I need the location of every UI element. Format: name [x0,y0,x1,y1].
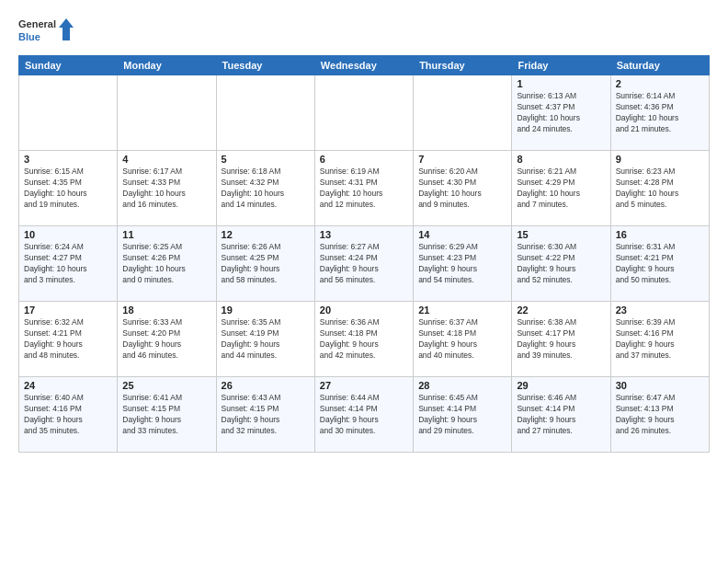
day-number: 16 [616,229,704,240]
day-info: Sunrise: 6:45 AMSunset: 4:14 PMDaylight:… [418,393,506,437]
th-tuesday: Tuesday [216,56,314,75]
calendar-cell: 26Sunrise: 6:43 AMSunset: 4:15 PMDayligh… [216,377,314,453]
th-wednesday: Wednesday [314,56,413,75]
day-number: 30 [616,380,704,391]
day-info: Sunrise: 6:40 AMSunset: 4:16 PMDaylight:… [24,393,112,437]
calendar-cell: 18Sunrise: 6:33 AMSunset: 4:20 PMDayligh… [118,302,216,377]
calendar-cell: 12Sunrise: 6:26 AMSunset: 4:25 PMDayligh… [216,226,314,302]
day-number: 19 [222,304,310,316]
calendar-cell: 16Sunrise: 6:31 AMSunset: 4:21 PMDayligh… [610,226,709,302]
th-saturday: Saturday [610,56,709,75]
day-number: 1 [517,78,605,89]
header: General Blue [18,15,710,48]
day-number: 8 [517,154,605,165]
logo: General Blue [18,15,74,48]
svg-text:Blue: Blue [18,31,40,42]
day-info: Sunrise: 6:18 AMSunset: 4:32 PMDaylight:… [222,167,310,211]
logo-svg: General Blue [18,15,74,48]
calendar-cell: 3Sunrise: 6:15 AMSunset: 4:35 PMDaylight… [19,151,118,226]
calendar-cell: 28Sunrise: 6:45 AMSunset: 4:14 PMDayligh… [414,377,512,453]
day-info: Sunrise: 6:30 AMSunset: 4:22 PMDaylight:… [517,242,605,286]
calendar-week-4: 24Sunrise: 6:40 AMSunset: 4:16 PMDayligh… [19,377,710,453]
calendar-cell [216,75,314,151]
day-number: 26 [222,380,310,391]
calendar-cell: 15Sunrise: 6:30 AMSunset: 4:22 PMDayligh… [512,226,610,302]
day-info: Sunrise: 6:13 AMSunset: 4:37 PMDaylight:… [517,91,605,135]
calendar-body: 1Sunrise: 6:13 AMSunset: 4:37 PMDaylight… [19,75,710,453]
day-info: Sunrise: 6:20 AMSunset: 4:30 PMDaylight:… [418,167,506,211]
calendar-cell: 19Sunrise: 6:35 AMSunset: 4:19 PMDayligh… [216,302,314,377]
day-info: Sunrise: 6:38 AMSunset: 4:17 PMDaylight:… [517,317,605,362]
day-number: 11 [122,229,210,240]
day-info: Sunrise: 6:19 AMSunset: 4:31 PMDaylight:… [320,167,408,211]
day-number: 25 [122,380,210,391]
day-number: 5 [222,154,310,165]
day-number: 17 [24,304,112,316]
day-number: 13 [320,229,408,240]
calendar-cell: 24Sunrise: 6:40 AMSunset: 4:16 PMDayligh… [19,377,118,453]
calendar-cell: 8Sunrise: 6:21 AMSunset: 4:29 PMDaylight… [512,151,610,226]
calendar-cell: 23Sunrise: 6:39 AMSunset: 4:16 PMDayligh… [610,302,709,377]
calendar-cell: 29Sunrise: 6:46 AMSunset: 4:14 PMDayligh… [512,377,610,453]
day-info: Sunrise: 6:36 AMSunset: 4:18 PMDaylight:… [320,317,408,362]
day-info: Sunrise: 6:46 AMSunset: 4:14 PMDaylight:… [517,393,605,437]
day-info: Sunrise: 6:25 AMSunset: 4:26 PMDaylight:… [122,242,210,286]
day-info: Sunrise: 6:17 AMSunset: 4:33 PMDaylight:… [122,167,210,211]
day-number: 10 [24,229,112,240]
calendar-cell [414,75,512,151]
calendar-cell: 20Sunrise: 6:36 AMSunset: 4:18 PMDayligh… [314,302,413,377]
day-info: Sunrise: 6:26 AMSunset: 4:25 PMDaylight:… [222,242,310,286]
calendar-cell: 21Sunrise: 6:37 AMSunset: 4:18 PMDayligh… [414,302,512,377]
svg-marker-2 [59,18,74,40]
th-monday: Monday [118,56,216,75]
svg-text:General: General [18,18,56,29]
th-friday: Friday [512,56,610,75]
day-info: Sunrise: 6:47 AMSunset: 4:13 PMDaylight:… [616,393,704,437]
day-number: 6 [320,154,408,165]
day-number: 20 [320,304,408,316]
day-info: Sunrise: 6:32 AMSunset: 4:21 PMDaylight:… [24,317,112,362]
calendar-cell: 1Sunrise: 6:13 AMSunset: 4:37 PMDaylight… [512,75,610,151]
calendar-cell: 14Sunrise: 6:29 AMSunset: 4:23 PMDayligh… [414,226,512,302]
day-info: Sunrise: 6:21 AMSunset: 4:29 PMDaylight:… [517,167,605,211]
day-info: Sunrise: 6:43 AMSunset: 4:15 PMDaylight:… [222,393,310,437]
calendar-cell [19,75,118,151]
day-number: 23 [616,304,704,316]
calendar-cell: 4Sunrise: 6:17 AMSunset: 4:33 PMDaylight… [118,151,216,226]
calendar-cell: 22Sunrise: 6:38 AMSunset: 4:17 PMDayligh… [512,302,610,377]
calendar-cell [118,75,216,151]
day-number: 7 [418,154,506,165]
calendar-table: Sunday Monday Tuesday Wednesday Thursday… [18,55,710,453]
calendar-cell: 13Sunrise: 6:27 AMSunset: 4:24 PMDayligh… [314,226,413,302]
page: General Blue Sunday Monday Tuesday Wedne… [0,0,728,563]
header-row: Sunday Monday Tuesday Wednesday Thursday… [19,56,710,75]
calendar-cell: 7Sunrise: 6:20 AMSunset: 4:30 PMDaylight… [414,151,512,226]
day-number: 9 [616,154,704,165]
calendar-cell: 30Sunrise: 6:47 AMSunset: 4:13 PMDayligh… [610,377,709,453]
day-info: Sunrise: 6:27 AMSunset: 4:24 PMDaylight:… [320,242,408,286]
day-number: 15 [517,229,605,240]
calendar-cell: 5Sunrise: 6:18 AMSunset: 4:32 PMDaylight… [216,151,314,226]
day-info: Sunrise: 6:23 AMSunset: 4:28 PMDaylight:… [616,167,704,211]
day-info: Sunrise: 6:41 AMSunset: 4:15 PMDaylight:… [122,393,210,437]
calendar-week-2: 10Sunrise: 6:24 AMSunset: 4:27 PMDayligh… [19,226,710,302]
day-number: 14 [418,229,506,240]
calendar-cell: 10Sunrise: 6:24 AMSunset: 4:27 PMDayligh… [19,226,118,302]
th-sunday: Sunday [19,56,118,75]
day-number: 18 [122,304,210,316]
day-info: Sunrise: 6:31 AMSunset: 4:21 PMDaylight:… [616,242,704,286]
day-number: 12 [222,229,310,240]
calendar-cell: 25Sunrise: 6:41 AMSunset: 4:15 PMDayligh… [118,377,216,453]
day-info: Sunrise: 6:33 AMSunset: 4:20 PMDaylight:… [122,317,210,362]
calendar-week-0: 1Sunrise: 6:13 AMSunset: 4:37 PMDaylight… [19,75,710,151]
day-info: Sunrise: 6:15 AMSunset: 4:35 PMDaylight:… [24,167,112,211]
day-info: Sunrise: 6:29 AMSunset: 4:23 PMDaylight:… [418,242,506,286]
calendar-week-1: 3Sunrise: 6:15 AMSunset: 4:35 PMDaylight… [19,151,710,226]
day-number: 28 [418,380,506,391]
calendar-cell: 9Sunrise: 6:23 AMSunset: 4:28 PMDaylight… [610,151,709,226]
day-info: Sunrise: 6:37 AMSunset: 4:18 PMDaylight:… [418,317,506,362]
day-number: 24 [24,380,112,391]
day-number: 29 [517,380,605,391]
calendar-week-3: 17Sunrise: 6:32 AMSunset: 4:21 PMDayligh… [19,302,710,377]
calendar-cell [314,75,413,151]
